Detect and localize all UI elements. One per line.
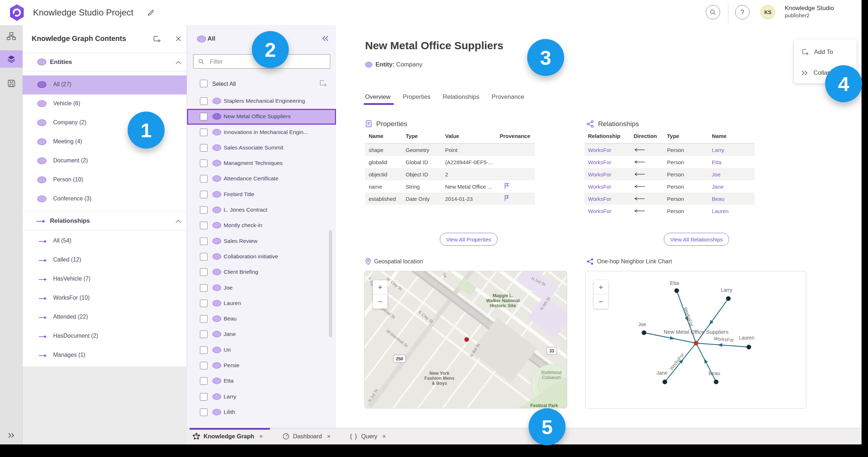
relationships-section-header[interactable]: Relationships [23, 211, 187, 230]
item-checkbox[interactable] [200, 191, 207, 198]
item-checkbox[interactable] [200, 160, 207, 167]
add-to-new-icon[interactable] [153, 35, 161, 43]
entity-list-item[interactable]: Staplers Mechanical Engineering [187, 93, 336, 109]
detail-tab[interactable]: Overview [365, 93, 391, 101]
entity-list-item[interactable]: Persie [187, 358, 336, 373]
entity-list-item[interactable]: Joe [187, 280, 336, 296]
entity-list-item[interactable]: Sales Associate Summit [187, 140, 336, 156]
provenance-flag-icon[interactable] [504, 195, 538, 203]
rail-save-button[interactable] [0, 75, 23, 92]
edit-pencil-icon[interactable] [147, 9, 155, 17]
item-checkbox[interactable] [200, 300, 207, 307]
entity-type-item[interactable]: Person (10) [23, 171, 187, 190]
item-checkbox[interactable] [200, 408, 207, 416]
item-checkbox[interactable] [200, 284, 207, 292]
relationship-link[interactable]: WorksFor [588, 208, 634, 214]
search-button[interactable] [706, 5, 720, 19]
rail-data-model-button[interactable] [0, 27, 23, 45]
select-all-checkbox[interactable] [200, 80, 207, 87]
one-hop-link-chart[interactable]: WorksForWorksForWorksForEttaLarryJoeLaur… [585, 271, 806, 408]
relationship-type-item[interactable]: All (54) [23, 232, 187, 251]
related-entity-link[interactable]: Lauren [712, 208, 758, 214]
item-checkbox[interactable] [200, 206, 207, 214]
add-to-menu-item[interactable]: Add To [794, 45, 857, 59]
item-checkbox[interactable] [200, 97, 207, 105]
item-checkbox[interactable] [200, 237, 207, 245]
add-to-new-icon[interactable] [319, 79, 327, 88]
item-checkbox[interactable] [200, 362, 207, 369]
tab-query[interactable]: { } Query × [350, 428, 386, 444]
entity-list-item[interactable]: Larry [187, 389, 336, 405]
help-button[interactable]: ? [735, 5, 750, 19]
entity-list-item[interactable]: L. Jones Contract [187, 202, 336, 218]
relationship-link[interactable]: WorksFor [588, 147, 634, 153]
item-checkbox[interactable] [200, 268, 207, 276]
chart-zoom-in-button[interactable]: + [594, 280, 608, 294]
entity-list-item[interactable]: Lilith [187, 405, 336, 420]
entity-list-item[interactable]: Beau [187, 311, 336, 327]
entity-list-item[interactable]: Sales Review [187, 234, 336, 249]
entity-type-item[interactable]: Document (2) [23, 152, 187, 171]
entity-list-item[interactable]: Montly check-in [187, 218, 336, 233]
item-checkbox[interactable] [200, 377, 207, 385]
entity-type-item[interactable]: Vehicle (6) [23, 94, 187, 114]
related-entity-link[interactable]: Beau [712, 196, 758, 202]
detail-tab[interactable]: Properties [403, 93, 430, 101]
entity-list-item[interactable]: Lauren [187, 296, 336, 311]
entity-list-item[interactable]: Collaboration initiative [187, 249, 336, 264]
related-entity-link[interactable]: Larry [712, 147, 758, 153]
close-icon[interactable] [175, 36, 182, 42]
collapse-panel-icon[interactable] [322, 35, 330, 42]
relationship-type-item[interactable]: Called (12) [23, 251, 187, 270]
relationship-link[interactable]: WorksFor [588, 171, 634, 177]
entity-list-item[interactable]: Innovations in Mechanical Engin... [187, 125, 336, 140]
item-checkbox[interactable] [200, 331, 207, 338]
entity-type-item[interactable]: Conference (3) [23, 190, 187, 209]
tab-dashboard[interactable]: Dashboard × [283, 428, 331, 444]
close-tab-icon[interactable]: × [382, 433, 386, 440]
entities-section-header[interactable]: Entities [23, 52, 187, 71]
relationship-link[interactable]: WorksFor [588, 159, 634, 165]
relationship-link[interactable]: WorksFor [588, 184, 634, 190]
entity-list-item[interactable]: Firebird Title [187, 187, 336, 202]
chart-zoom-out-button[interactable]: − [594, 294, 608, 309]
relationship-type-item[interactable]: HasDocument (2) [23, 327, 187, 346]
provenance-flag-icon[interactable] [504, 183, 538, 190]
avatar[interactable]: KS [760, 5, 775, 20]
close-tab-icon[interactable]: × [327, 433, 331, 440]
geospatial-map[interactable]: k RdW Clay StSaarshall StW Marshall StE … [364, 271, 567, 408]
map-zoom-out-button[interactable]: − [373, 294, 387, 309]
map-zoom-in-button[interactable]: + [373, 280, 387, 294]
item-checkbox[interactable] [200, 346, 207, 354]
item-checkbox[interactable] [200, 144, 207, 152]
relationship-type-item[interactable]: Attended (22) [23, 308, 187, 327]
entity-list-item[interactable]: Managment Techniques [187, 156, 336, 171]
detail-tab[interactable]: Relationships [443, 93, 479, 101]
relationship-type-item[interactable]: WorksFor (10) [23, 289, 187, 308]
view-all-relationships-button[interactable]: View All Relationships [664, 233, 729, 246]
entity-list-item[interactable]: Client Briefing [187, 264, 336, 280]
list-scrollbar[interactable] [329, 230, 332, 337]
rail-contents-button[interactable] [0, 50, 23, 68]
entity-list-item[interactable]: New Metal Office Suppliers [187, 109, 336, 124]
relationship-type-item[interactable]: Manages (1) [23, 346, 187, 365]
item-checkbox[interactable] [200, 315, 207, 323]
entity-list-item[interactable]: Attendance Certificate [187, 171, 336, 186]
item-checkbox[interactable] [200, 253, 207, 260]
rail-expand-button[interactable] [0, 427, 23, 444]
close-tab-icon[interactable]: × [259, 433, 263, 440]
item-checkbox[interactable] [200, 113, 207, 120]
detail-tab[interactable]: Provenance [491, 93, 524, 101]
related-entity-link[interactable]: Jane [712, 184, 758, 190]
item-checkbox[interactable] [200, 129, 207, 136]
entity-list-item[interactable]: Jane [187, 327, 336, 342]
entity-list-item[interactable]: Uri [187, 342, 336, 358]
item-checkbox[interactable] [200, 222, 207, 229]
item-checkbox[interactable] [200, 175, 207, 183]
entity-list-item[interactable]: Etta [187, 373, 336, 389]
relationship-type-item[interactable]: HasVehicle (7) [23, 270, 187, 289]
related-entity-link[interactable]: Etta [712, 159, 758, 165]
tab-knowledge-graph[interactable]: Knowledge Graph × [193, 428, 263, 444]
item-checkbox[interactable] [200, 393, 207, 401]
entity-type-item[interactable]: All (27) [23, 75, 187, 94]
